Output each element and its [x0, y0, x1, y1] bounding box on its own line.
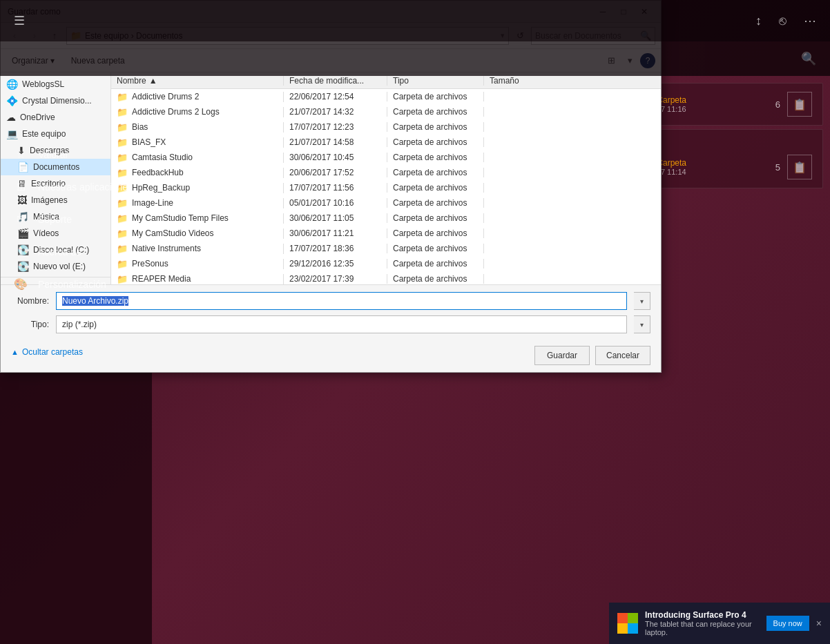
- sidebar-item-soporte[interactable]: ✉ Soporte: [0, 203, 152, 235]
- file-name-1: Addictive Drums 2 Logs: [132, 107, 220, 117]
- file-row-6[interactable]: 📁HpReg_Backup17/07/2017 11:56Carpeta de …: [111, 180, 661, 195]
- sidebar-label-1: Crystal Dimensio...: [22, 96, 92, 106]
- sidebar-item-0[interactable]: 🌐WeblogsSL: [1, 76, 110, 92]
- dialog-actions: Guardar Cancelar: [534, 346, 650, 365]
- file-row-12[interactable]: 📁REAPER Media23/02/2017 17:39Carpeta de …: [111, 271, 661, 284]
- file-row-10[interactable]: 📁Native Instruments17/07/2017 18:36Carpe…: [111, 241, 661, 256]
- file-type-8: Carpeta de archivos: [387, 213, 484, 223]
- file-type-11: Carpeta de archivos: [387, 259, 484, 269]
- sidebar-label-3: Este equipo: [22, 129, 66, 139]
- file-name-col-0: 📁Addictive Drums 2: [111, 92, 284, 102]
- file-type-7: Carpeta de archivos: [387, 198, 484, 208]
- file-name-col-2: 📁Bias: [111, 122, 284, 133]
- file-row-4[interactable]: 📁Camtasia Studio30/06/2017 10:45Carpeta …: [111, 150, 661, 165]
- sidebar-label-personalizacion: Personalización: [38, 279, 106, 290]
- sidebar-item-1[interactable]: 💠Crystal Dimensio...: [1, 92, 110, 109]
- file-type-12: Carpeta de archivos: [387, 274, 484, 284]
- folder-icon-2: ☁: [6, 112, 16, 123]
- support-icon: ✉: [14, 213, 28, 226]
- file-row-7[interactable]: 📁Image-Line05/01/2017 10:16Carpeta de ar…: [111, 195, 661, 211]
- file-type-9: Carpeta de archivos: [387, 228, 484, 238]
- sidebar-item-apps[interactable]: ⊞ Nuestras aplicaciones: [0, 170, 152, 203]
- folder-icon-0: 🌐: [6, 79, 18, 90]
- file-type-4: Carpeta de archivos: [387, 153, 484, 162]
- sidebar-item-personalizacion[interactable]: 🎨 Personalización: [0, 268, 152, 300]
- file-date-9: 30/06/2017 11:21: [284, 228, 387, 238]
- file-date-7: 05/01/2017 10:16: [284, 198, 387, 208]
- more-icon[interactable]: ⋯: [804, 13, 816, 28]
- file-date-2: 17/07/2017 12:23: [284, 122, 387, 132]
- file-date-0: 22/06/2017 12:54: [284, 92, 387, 101]
- col-header-name[interactable]: Nombre ▲: [111, 76, 284, 86]
- app-searchbar: 🔍: [0, 41, 830, 76]
- share-icon[interactable]: ⎋: [779, 14, 786, 28]
- bg-sidebar-nav: ☆ Valorar ⊞ Nuestras aplicaciones ✉ Sopo…: [0, 138, 152, 300]
- palette-icon: 🎨: [14, 277, 28, 291]
- folder-icon-file-2: 📁: [117, 122, 128, 133]
- dialog-overlay: Guardar como ─ □ ✕ ‹ › ↑ 📁 Este equipo ›…: [0, 0, 830, 644]
- col-header-type[interactable]: Tipo: [387, 76, 484, 86]
- info-icon: ℹ: [14, 245, 28, 258]
- filetype-input[interactable]: [56, 315, 627, 333]
- file-type-0: Carpeta de archivos: [387, 92, 484, 101]
- filetype-dropdown-button[interactable]: ▾: [634, 315, 650, 333]
- sort-icon[interactable]: ↕: [755, 14, 762, 28]
- filetype-row: Tipo: ▾: [11, 315, 650, 333]
- file-date-4: 30/06/2017 10:45: [284, 153, 387, 162]
- sidebar-label-soporte: Soporte: [38, 214, 72, 225]
- sidebar-label-valorar: Valorar: [38, 149, 68, 160]
- sidebar-label-0: WeblogsSL: [22, 79, 64, 89]
- file-row-1[interactable]: 📁Addictive Drums 2 Logs21/07/2017 14:32C…: [111, 104, 661, 119]
- save-button[interactable]: Guardar: [534, 346, 590, 365]
- file-type-1: Carpeta de archivos: [387, 107, 484, 117]
- folder-icon-file-1: 📁: [117, 107, 128, 117]
- file-row-2[interactable]: 📁Bias17/07/2017 12:23Carpeta de archivos: [111, 119, 661, 135]
- sidebar-label-apps: Nuestras aplicaciones: [38, 182, 133, 193]
- star-icon: ☆: [14, 148, 28, 161]
- sidebar-label-acerca: Acerca de: [38, 246, 81, 257]
- file-date-12: 23/02/2017 17:39: [284, 274, 387, 284]
- app-topbar: ☰ ↕ ⎋ ⋯: [0, 0, 830, 41]
- toggle-icon: ▲: [11, 348, 19, 356]
- toggle-folders-button[interactable]: ▲ Ocultar carpetas: [11, 344, 83, 360]
- file-name-0: Addictive Drums 2: [132, 92, 199, 101]
- file-row-11[interactable]: 📁PreSonus29/12/2016 12:35Carpeta de arch…: [111, 256, 661, 271]
- file-date-6: 17/07/2017 11:56: [284, 183, 387, 193]
- file-date-3: 21/07/2017 14:58: [284, 137, 387, 147]
- file-row-5[interactable]: 📁FeedbackHub20/06/2017 17:52Carpeta de a…: [111, 165, 661, 180]
- filename-dropdown-button[interactable]: ▾: [634, 292, 650, 310]
- file-name-2: Bias: [132, 122, 148, 132]
- file-date-10: 17/07/2017 18:36: [284, 244, 387, 253]
- sort-asc-icon: ▲: [149, 76, 157, 86]
- folder-icon-file-0: 📁: [117, 92, 128, 102]
- file-date-11: 29/12/2016 12:35: [284, 259, 387, 269]
- sidebar-label-2: OneDrive: [20, 113, 55, 122]
- file-type-6: Carpeta de archivos: [387, 183, 484, 193]
- file-name-col-1: 📁Addictive Drums 2 Logs: [111, 107, 284, 117]
- file-row-9[interactable]: 📁My CamStudio Videos30/06/2017 11:21Carp…: [111, 226, 661, 241]
- col-header-size[interactable]: Tamaño: [484, 76, 539, 86]
- col-header-date[interactable]: Fecha de modifica...: [284, 76, 387, 86]
- file-row-8[interactable]: 📁My CamStudio Temp Files30/06/2017 11:05…: [111, 211, 661, 226]
- file-type-10: Carpeta de archivos: [387, 244, 484, 253]
- file-type-3: Carpeta de archivos: [387, 137, 484, 147]
- file-date-5: 20/06/2017 17:52: [284, 168, 387, 177]
- folder-icon-1: 💠: [6, 95, 18, 106]
- filetype-label: Tipo:: [11, 320, 49, 329]
- sidebar-item-2[interactable]: ☁OneDrive: [1, 109, 110, 126]
- file-type-5: Carpeta de archivos: [387, 168, 484, 177]
- sidebar-item-acerca[interactable]: ℹ Acerca de: [0, 235, 152, 268]
- apps-icon: ⊞: [14, 180, 28, 193]
- hamburger-icon[interactable]: ☰: [14, 13, 25, 28]
- file-date-1: 21/07/2017 14:32: [284, 107, 387, 117]
- file-date-8: 30/06/2017 11:05: [284, 213, 387, 223]
- toggle-folders-label: Ocultar carpetas: [22, 347, 83, 357]
- sidebar-item-valorar[interactable]: ☆ Valorar: [0, 138, 152, 170]
- file-row-0[interactable]: 📁Addictive Drums 222/06/2017 12:54Carpet…: [111, 89, 661, 104]
- cancel-button[interactable]: Cancelar: [595, 346, 650, 365]
- file-row-3[interactable]: 📁BIAS_FX21/07/2017 14:58Carpeta de archi…: [111, 135, 661, 150]
- file-list: Nombre ▲ Fecha de modifica... Tipo Tamañ…: [111, 72, 661, 284]
- file-type-2: Carpeta de archivos: [387, 122, 484, 132]
- search-icon[interactable]: 🔍: [801, 51, 816, 66]
